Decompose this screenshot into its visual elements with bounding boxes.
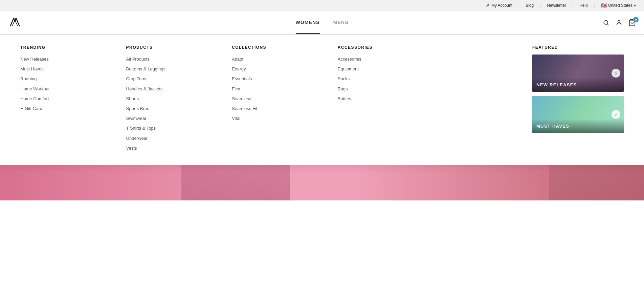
menu-item-sports-bras[interactable]: Sports Bras [126,106,149,111]
featured-panel: FEATURED NEW RELEASES › MUST HAVES › [529,45,630,155]
menu-item-energy[interactable]: Energy [232,66,246,71]
collections-heading: COLLECTIONS [232,45,324,50]
country-selector[interactable]: 🇺🇸 United States ▾ [601,3,636,8]
menu-item-shorts[interactable]: Shorts [126,96,139,101]
featured-card-new-releases-arrow[interactable]: › [612,69,620,78]
cart-button[interactable]: 0 [628,19,636,26]
search-button[interactable] [603,19,609,26]
menu-item-vests[interactable]: Vests [126,146,137,151]
featured-card-new-releases[interactable]: NEW RELEASES › [532,55,624,92]
featured-card-must-haves-label: MUST HAVES [536,124,569,129]
my-account-link[interactable]: My Account [485,3,512,8]
menu-item-adapt[interactable]: Adapt [232,57,243,62]
trending-heading: TRENDING [20,45,113,50]
nav-womens[interactable]: WOMENS [295,12,319,34]
menu-item-must-haves[interactable]: Must Haves [20,66,44,71]
main-header: WOMENS MENS 0 [0,11,644,35]
accessories-heading: ACCESSORIES [338,45,430,50]
svg-point-0 [487,4,489,5]
account-button[interactable] [616,19,622,26]
mega-menu: TRENDING New Releases Must Haves Running… [0,35,644,165]
menu-column-accessories: ACCESSORIES Accessories Equipment Socks … [331,45,437,155]
products-heading: PRODUCTS [126,45,219,50]
header-icons: 0 [603,19,636,26]
menu-item-equipment[interactable]: Equipment [338,66,359,71]
blog-link[interactable]: Blog [526,3,534,8]
menu-column-products: PRODUCTS All Products Bottoms & Leggings… [119,45,225,155]
cart-count-badge: 0 [633,17,639,22]
menu-item-underwear[interactable]: Underwear [126,136,148,141]
country-label: United States [608,3,632,8]
menu-item-running[interactable]: Running [20,76,37,81]
menu-column-trending: TRENDING New Releases Must Haves Running… [14,45,119,155]
menu-item-essentials[interactable]: Essentials [232,76,252,81]
logo[interactable] [8,17,22,28]
chevron-down-icon: ▾ [634,3,636,8]
menu-item-seamless[interactable]: Seamless [232,96,251,101]
menu-item-home-workout[interactable]: Home Workout [20,86,49,91]
menu-item-accessories[interactable]: Accessories [338,57,361,62]
menu-item-bottles[interactable]: Bottles [338,96,351,101]
menu-item-flex[interactable]: Flex [232,86,240,91]
newsletter-link[interactable]: Newsletter [547,3,566,8]
menu-item-bottoms-leggings[interactable]: Bottoms & Leggings [126,66,165,71]
svg-point-2 [618,20,620,23]
flag-icon: 🇺🇸 [601,3,607,8]
featured-heading: FEATURED [532,45,624,50]
menu-item-tshirts-tops[interactable]: T Shirts & Tops [126,126,156,131]
svg-point-1 [604,20,608,24]
menu-item-seamless-fit[interactable]: Seamless Fit [232,106,257,111]
menu-item-swimwear[interactable]: Swimwear [126,116,147,121]
menu-item-all-products[interactable]: All Products [126,57,150,62]
menu-item-hoodies-jackets[interactable]: Hoodies & Jackets [126,86,163,91]
featured-card-must-haves-arrow[interactable]: › [612,110,620,119]
nav-mens[interactable]: MENS [333,12,349,34]
menu-item-socks[interactable]: Socks [338,76,350,81]
utility-bar: My Account | Blog | Newsletter | Help | … [0,0,644,11]
menu-item-home-comfort[interactable]: Home Comfort [20,96,49,101]
featured-card-must-haves[interactable]: MUST HAVES › [532,96,624,133]
menu-item-egift-card[interactable]: E-Gift Card [20,106,42,111]
menu-item-vital[interactable]: Vital [232,116,240,121]
menu-item-bags[interactable]: Bags [338,86,348,91]
menu-item-new-releases[interactable]: New Releases [20,57,49,62]
menu-column-collections: COLLECTIONS Adapt Energy Essentials Flex… [225,45,331,155]
main-nav: WOMENS MENS [295,12,348,34]
featured-card-new-releases-label: NEW RELEASES [536,82,577,87]
help-link[interactable]: Help [579,3,588,8]
menu-item-crop-tops[interactable]: Crop Tops [126,76,146,81]
